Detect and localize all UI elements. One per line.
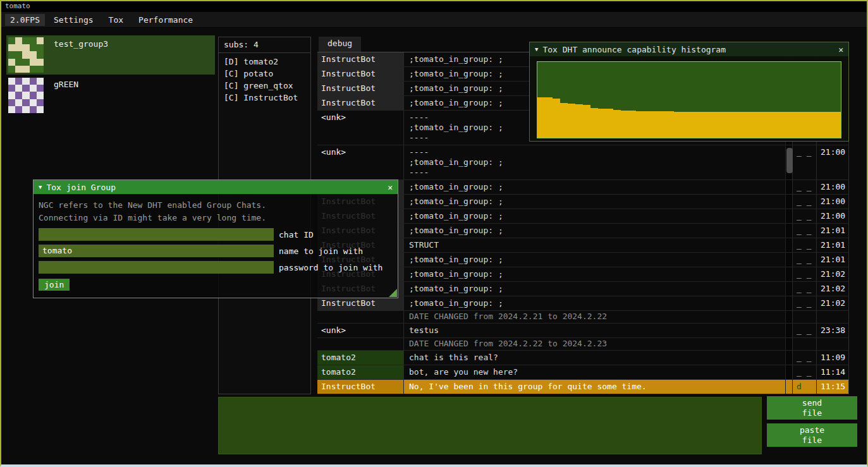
chat-message-text: testus bbox=[404, 324, 785, 337]
subs-list-item[interactable]: [D] tomato2 bbox=[219, 56, 310, 68]
scrollbar-track[interactable] bbox=[785, 338, 793, 350]
group-avatar bbox=[8, 78, 44, 113]
app-window: tomato 2.0FPS Settings Tox Performance t… bbox=[0, 0, 868, 467]
subs-list-item[interactable]: [C] potato bbox=[219, 68, 310, 80]
avatar-pixel bbox=[15, 66, 22, 73]
scrollbar-track[interactable] bbox=[785, 311, 793, 323]
histogram-bar bbox=[636, 111, 644, 138]
group-list: test_group3gREEN bbox=[6, 35, 215, 116]
chat-time: 23:38 bbox=[817, 324, 848, 337]
avatar-pixel bbox=[8, 106, 15, 113]
chat-flags: _ _ bbox=[793, 238, 817, 252]
window-titlebar[interactable]: tomato bbox=[1, 1, 867, 12]
chat-message-text: DATE CHANGED from 2024.2.21 to 2024.2.22 bbox=[404, 311, 785, 323]
chat-name: InstructBot bbox=[317, 96, 404, 110]
avatar-pixel bbox=[37, 66, 44, 73]
join-name-input[interactable]: tomato bbox=[39, 245, 274, 257]
avatar-pixel bbox=[30, 99, 37, 106]
chat-flags: _ _ bbox=[793, 253, 817, 267]
chat-id-input[interactable] bbox=[39, 228, 274, 241]
scrollbar-track[interactable] bbox=[785, 180, 793, 194]
histogram-bar bbox=[788, 112, 795, 138]
chat-message-text: ;tomato_in_group: ; bbox=[404, 180, 785, 194]
avatar-pixel bbox=[15, 99, 22, 106]
group-item-test_group3[interactable]: test_group3 bbox=[6, 35, 215, 75]
scrollbar-track[interactable] bbox=[785, 296, 793, 310]
avatar-pixel bbox=[8, 66, 15, 73]
chat-time: 21:01 bbox=[817, 224, 848, 238]
close-icon[interactable]: ✕ bbox=[838, 45, 843, 54]
join-name-label: name to join with bbox=[279, 246, 363, 256]
scrollbar-track[interactable] bbox=[785, 224, 793, 238]
histogram-bar bbox=[818, 112, 826, 138]
histogram-bar bbox=[780, 112, 788, 138]
histogram-window-titlebar[interactable]: ▼ Tox DHT announce capability histogram … bbox=[530, 42, 848, 56]
paste-file-label-line2: file bbox=[802, 435, 822, 446]
histogram-bar bbox=[697, 112, 704, 138]
chat-name: tomato2 bbox=[317, 351, 404, 365]
histogram-bar bbox=[644, 111, 651, 138]
chat-flags: _ _ bbox=[793, 267, 817, 281]
chat-time: 21:00 bbox=[817, 180, 848, 194]
menu-performance[interactable]: Performance bbox=[132, 14, 199, 26]
histogram-bar bbox=[719, 112, 727, 138]
scrollbar-track[interactable] bbox=[785, 209, 793, 223]
subs-list-item[interactable]: [C] green_qtox bbox=[219, 80, 310, 92]
chat-flags bbox=[793, 338, 817, 350]
chat-time: 21:01 bbox=[817, 253, 848, 267]
chat-time: 21:00 bbox=[817, 209, 848, 223]
scrollbar-track[interactable] bbox=[785, 365, 793, 379]
scrollbar-track[interactable] bbox=[785, 351, 793, 365]
histogram-bar bbox=[553, 99, 560, 138]
histogram-bar bbox=[560, 103, 568, 138]
join-window-title: Tox join Group bbox=[46, 183, 382, 192]
avatar-pixel bbox=[15, 85, 22, 92]
chat-message-text: ;tomato_in_group: ; bbox=[404, 195, 785, 209]
subs-list-item[interactable]: [C] InstructBot bbox=[219, 92, 310, 104]
chat-flags: _ _ bbox=[793, 324, 817, 337]
avatar-pixel bbox=[37, 99, 44, 106]
chat-time: 21:00 bbox=[817, 145, 848, 179]
chat-scrollbar-handle[interactable] bbox=[786, 148, 793, 173]
message-input[interactable] bbox=[218, 397, 762, 454]
avatar-pixel bbox=[8, 92, 15, 99]
histogram-bar bbox=[613, 110, 621, 138]
chat-message-text: STRUCT bbox=[404, 238, 785, 252]
chat-message-row: tomato2chat is this real?_ _11:09 bbox=[317, 351, 848, 365]
paste-file-label-line1: paste bbox=[800, 425, 824, 435]
chat-flags: _ _ bbox=[793, 224, 817, 238]
chat-message-text: ----;tomato_in_group: ;---- bbox=[404, 145, 785, 179]
scrollbar-track[interactable] bbox=[785, 282, 793, 296]
histogram-bar bbox=[735, 112, 742, 138]
scrollbar-track[interactable] bbox=[785, 324, 793, 337]
group-item-green[interactable]: gREEN bbox=[6, 76, 215, 115]
tab-debug[interactable]: debug bbox=[319, 37, 361, 52]
avatar-pixel bbox=[30, 66, 37, 73]
chat-name: <unk> bbox=[317, 324, 404, 337]
join-password-input[interactable] bbox=[39, 261, 274, 274]
send-file-button[interactable]: send file bbox=[767, 396, 857, 420]
chat-name: InstructBot bbox=[317, 296, 404, 310]
scrollbar-track[interactable] bbox=[785, 195, 793, 209]
scrollbar-track[interactable] bbox=[785, 380, 793, 394]
collapse-arrow-icon[interactable]: ▼ bbox=[535, 46, 538, 52]
collapse-arrow-icon[interactable]: ▼ bbox=[39, 184, 42, 190]
scrollbar-track[interactable] bbox=[785, 267, 793, 281]
join-button[interactable]: join bbox=[39, 279, 70, 291]
chat-message-text: DATE CHANGED from 2024.2.22 to 2024.2.23 bbox=[404, 338, 785, 350]
chat-message-text: ;tomato_in_group: ; bbox=[404, 224, 785, 238]
join-window-titlebar[interactable]: ▼ Tox join Group ✕ bbox=[34, 180, 398, 194]
menu-tox[interactable]: Tox bbox=[102, 14, 130, 26]
avatar-pixel bbox=[37, 92, 44, 99]
avatar-pixel bbox=[22, 51, 29, 58]
avatar-pixel bbox=[30, 59, 37, 66]
chat-time bbox=[817, 311, 848, 323]
close-icon[interactable]: ✕ bbox=[388, 183, 393, 192]
chat-date-row: DATE CHANGED from 2024.2.22 to 2024.2.23 bbox=[317, 338, 848, 351]
menu-settings[interactable]: Settings bbox=[47, 14, 100, 26]
chat-message-row: <unk>testus_ _23:38 bbox=[317, 324, 848, 338]
paste-file-button[interactable]: paste file bbox=[767, 423, 857, 447]
scrollbar-track[interactable] bbox=[785, 253, 793, 267]
resize-grip[interactable] bbox=[389, 289, 397, 297]
scrollbar-track[interactable] bbox=[785, 238, 793, 252]
